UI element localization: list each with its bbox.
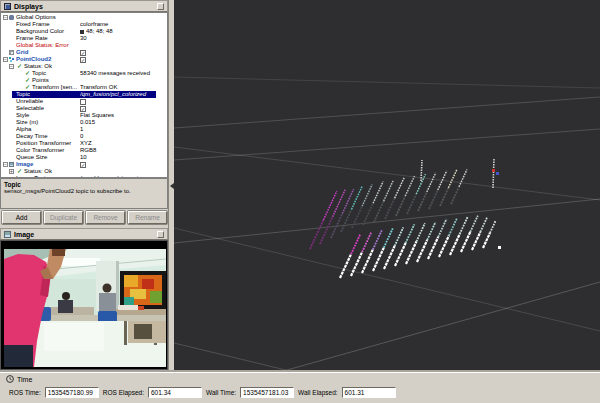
pointcloud-streak	[440, 188, 448, 206]
expander-icon[interactable]: −	[9, 64, 14, 69]
3d-viewport[interactable]	[174, 0, 600, 372]
grid-line	[174, 343, 294, 372]
property-label: Status: Ok	[24, 168, 52, 175]
marker-blue	[496, 172, 499, 175]
tree-row-status-ok[interactable]: +✓Status: Ok	[2, 168, 155, 175]
pointcloud-streak	[362, 232, 371, 252]
property-value[interactable]: Flat Squares	[80, 112, 155, 119]
property-label: Unreliable	[16, 98, 43, 105]
property-label: Points	[32, 77, 49, 84]
expander-icon[interactable]: −	[3, 162, 8, 167]
time-panel: Time ROS Time:1535457180.99ROS Elapsed:6…	[0, 372, 600, 403]
marker-red	[492, 169, 495, 172]
pointcloud-streak	[427, 173, 436, 192]
pointcloud-streak	[406, 242, 416, 264]
tree-row-global-options[interactable]: −Global Options	[2, 14, 155, 21]
property-help-box: Topic sensor_msgs/PointCloud2 topic to s…	[0, 178, 168, 209]
pointcloud-streak	[340, 254, 351, 278]
property-label: Topic	[16, 91, 30, 98]
wall-elapsed-label: Wall Elapsed:	[298, 389, 338, 396]
image-icon	[9, 162, 14, 167]
pointcloud-streak	[428, 237, 438, 259]
pointcloud-streak	[385, 198, 395, 219]
tree-row-color-transformer[interactable]: Color TransformerRGB8	[2, 147, 155, 154]
enable-checkbox[interactable]	[80, 99, 86, 105]
enable-checkbox[interactable]: ✓	[80, 57, 86, 63]
property-label: Fixed Frame	[16, 21, 50, 28]
tree-row-topic[interactable]: Topic/qm_fusion/pcl_colorized	[2, 91, 155, 98]
tree-row-queue-size[interactable]: Queue Size10	[2, 154, 155, 161]
enable-checkbox[interactable]: ✓	[80, 50, 86, 56]
expander-icon[interactable]: +	[9, 169, 14, 174]
property-value[interactable]: colorframe	[80, 21, 155, 28]
time-panel-titlebar[interactable]: Time	[6, 375, 32, 383]
tree-row-decay-time[interactable]: Decay Time0	[2, 133, 155, 140]
tree-row-transform-sen[interactable]: ✓Transform [sen...Transform OK	[2, 84, 155, 91]
property-value[interactable]: 1	[80, 126, 155, 133]
image-float-button[interactable]	[157, 231, 164, 238]
viewport-render	[174, 0, 600, 372]
image-panel-title: Image	[14, 231, 34, 238]
pointcloud-streak	[451, 187, 459, 204]
tree-row-style[interactable]: StyleFlat Squares	[2, 112, 155, 119]
property-value[interactable]: 10	[80, 154, 155, 161]
help-title: Topic	[4, 181, 164, 188]
property-value[interactable]: 58340 messages received	[80, 70, 155, 77]
property-value[interactable]: RGB8	[80, 147, 155, 154]
property-value[interactable]: Transform OK	[80, 84, 155, 91]
tree-row-position-transformer[interactable]: Position TransformerXYZ	[2, 140, 155, 147]
tree-row-alpha[interactable]: Alpha1	[2, 126, 155, 133]
property-value[interactable]: 30	[80, 35, 155, 42]
property-value[interactable]: XYZ	[80, 140, 155, 147]
expander-icon[interactable]: −	[3, 15, 8, 20]
pointcloud-streak	[363, 203, 373, 225]
pointcloud-streak	[438, 219, 446, 237]
property-label: Topic	[32, 70, 46, 77]
tree-row-size-m[interactable]: Size (m)0.015	[2, 119, 155, 126]
enable-checkbox[interactable]: ✓	[80, 162, 86, 168]
pointcloud-streak	[470, 216, 478, 232]
ros-elapsed-label: ROS Elapsed:	[103, 389, 144, 396]
tree-row-background-color[interactable]: Background Color48; 48; 48	[2, 28, 155, 35]
property-label: Frame Rate	[16, 35, 48, 42]
pointcloud-streak	[490, 221, 496, 233]
tree-row-selectable[interactable]: Selectable✓	[2, 105, 155, 112]
displays-panel-titlebar[interactable]: Displays	[0, 0, 168, 12]
pointcloud-streak	[374, 201, 384, 222]
property-value[interactable]: 0.015	[80, 119, 155, 126]
image-panel-titlebar[interactable]: Image	[0, 228, 168, 240]
pointcloud-streak	[395, 177, 405, 198]
ros-elapsed-input[interactable]: 601.34	[148, 387, 202, 398]
grid-line	[174, 199, 600, 243]
add-button[interactable]: Add	[2, 211, 41, 224]
tree-row-unreliable[interactable]: Unreliable	[2, 98, 155, 105]
image-panel-icon	[4, 231, 11, 238]
tree-row-pointcloud2[interactable]: −PointCloud2✓	[2, 56, 155, 63]
status-check-icon: ✓	[25, 70, 30, 77]
wall-time-label: Wall Time:	[206, 389, 236, 396]
property-value[interactable]: /qm_fusion/pcl_colorized	[80, 91, 155, 98]
pointcloud-streak	[448, 170, 456, 188]
tree-row-global-status-error[interactable]: Global Status: Error	[2, 42, 155, 49]
property-value[interactable]: 0	[80, 133, 155, 140]
tree-row-grid[interactable]: Grid✓	[2, 49, 155, 56]
help-text: sensor_msgs/PointCloud2 topic to subscri…	[4, 188, 164, 195]
ros-time-input[interactable]: 1535457180.99	[45, 387, 99, 398]
wall-time-input[interactable]: 1535457181.03	[240, 387, 294, 398]
expander-icon[interactable]: −	[3, 57, 8, 62]
enable-checkbox[interactable]: ✓	[80, 106, 86, 112]
property-value[interactable]: 48; 48; 48	[86, 28, 161, 35]
camera-image	[4, 249, 166, 367]
displays-panel-icon	[4, 3, 11, 10]
tree-row-frame-rate[interactable]: Frame Rate30	[2, 35, 155, 42]
property-label: Background Color	[16, 28, 64, 35]
displays-tree[interactable]: −Global OptionsFixed FramecolorframeBack…	[0, 12, 168, 178]
status-check-icon: ✓	[25, 84, 30, 91]
pointcloud-streak	[384, 246, 395, 269]
tree-row-fixed-frame[interactable]: Fixed Framecolorframe	[2, 21, 155, 28]
wall-elapsed-input[interactable]: 601.31	[342, 387, 396, 398]
tree-row-image[interactable]: −Image✓	[2, 161, 155, 168]
displays-float-button[interactable]	[157, 3, 164, 10]
pointcloud-streak	[384, 228, 393, 247]
pointcloud-vertical-streak	[493, 158, 494, 188]
